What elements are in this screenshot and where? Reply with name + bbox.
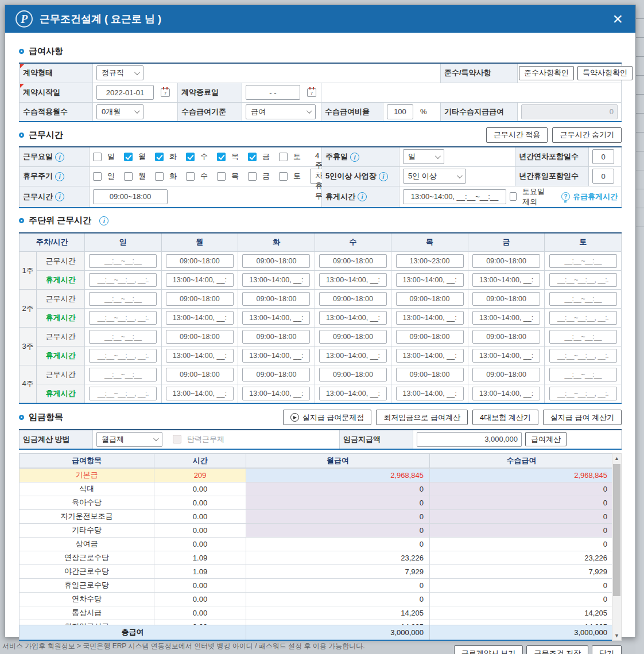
break-time-cell-input[interactable] <box>166 273 234 287</box>
five-plus-workplace-select[interactable]: 5인 이상 <box>403 169 466 184</box>
annual-holiday-days-input[interactable] <box>592 169 614 184</box>
contract-type-select[interactable]: 정규직 <box>96 65 143 80</box>
off-cycle-day-checkbox-목[interactable] <box>217 172 226 181</box>
break-time-cell-input[interactable] <box>396 311 464 325</box>
calendar-icon[interactable] <box>307 88 316 97</box>
work-time-cell-input[interactable] <box>319 292 387 306</box>
break-time-cell-input[interactable] <box>472 349 540 363</box>
break-time-cell-input[interactable] <box>549 311 617 325</box>
salary-scrollbar[interactable]: ▲ ▼ <box>612 453 622 641</box>
break-time-cell-input[interactable] <box>166 311 234 325</box>
close-button[interactable]: 닫기 <box>592 645 622 654</box>
salary-row[interactable]: 통상시급0.0014,20514,205 <box>20 606 614 620</box>
break-time-cell-input[interactable] <box>472 273 540 287</box>
work-time-cell-input[interactable] <box>89 368 157 382</box>
calc-pay-button[interactable]: 급여계산 <box>525 432 567 446</box>
work-time-cell-input[interactable] <box>89 292 157 306</box>
break-time-input[interactable] <box>403 189 506 204</box>
work-time-cell-input[interactable] <box>242 330 310 344</box>
work-time-cell-input[interactable] <box>472 292 540 306</box>
break-time-cell-input[interactable] <box>396 387 464 400</box>
salary-row[interactable]: 육아수당0.0000 <box>20 496 614 509</box>
info-icon[interactable]: i <box>358 192 367 201</box>
save-conditions-button[interactable]: 근무조건 저장 <box>526 645 588 654</box>
break-time-cell-input[interactable] <box>242 349 310 363</box>
break-time-cell-input[interactable] <box>319 387 387 400</box>
break-time-cell-input[interactable] <box>319 349 387 363</box>
off-cycle-day-checkbox-토[interactable] <box>279 172 288 181</box>
contract-start-input[interactable] <box>96 85 154 100</box>
salary-row[interactable]: 연차수당0.0000 <box>20 592 614 606</box>
break-time-cell-input[interactable] <box>89 273 157 287</box>
work-time-cell-input[interactable] <box>166 330 234 344</box>
break-time-cell-input[interactable] <box>396 349 464 363</box>
salary-row[interactable]: 연장근로수당1.0923,22623,226 <box>20 551 614 565</box>
insurance-calc-button[interactable]: 4대보험 계산기 <box>472 410 538 425</box>
salary-row[interactable]: 기본급2092,968,8452,968,845 <box>20 468 614 482</box>
scroll-thumb[interactable] <box>613 464 620 596</box>
work-day-checkbox-목[interactable] <box>217 153 226 161</box>
work-time-cell-input[interactable] <box>166 292 234 306</box>
break-time-cell-input[interactable] <box>89 311 157 325</box>
salary-row[interactable]: 최저임금시급0.0014,20514,205 <box>20 620 614 625</box>
work-hours-input[interactable] <box>93 189 168 204</box>
off-cycle-day-checkbox-월[interactable] <box>124 172 133 181</box>
salary-row[interactable]: 야간근로수당1.097,9297,929 <box>20 565 614 578</box>
work-time-cell-input[interactable] <box>242 254 310 268</box>
break-time-cell-input[interactable] <box>166 387 234 400</box>
work-time-cell-input[interactable] <box>319 368 387 382</box>
net-pay-problem-button[interactable]: 실지급 급여문제점 <box>283 410 372 425</box>
net-pay-calc-button[interactable]: 실지급 급여 계산기 <box>543 410 622 425</box>
break-time-cell-input[interactable] <box>319 273 387 287</box>
off-cycle-day-checkbox-일[interactable] <box>93 172 102 181</box>
work-time-cell-input[interactable] <box>242 368 310 382</box>
work-time-cell-input[interactable] <box>472 330 540 344</box>
break-time-cell-input[interactable] <box>242 387 310 400</box>
work-day-checkbox-일[interactable] <box>93 153 102 161</box>
break-time-cell-input[interactable] <box>319 311 387 325</box>
work-time-cell-input[interactable] <box>396 368 464 382</box>
salary-row[interactable]: 휴일근로수당0.0000 <box>20 578 614 592</box>
break-time-cell-input[interactable] <box>242 311 310 325</box>
annual-leave-days-input[interactable] <box>592 149 614 164</box>
scroll-up-icon[interactable]: ▲ <box>612 454 621 463</box>
contract-end-input[interactable] <box>246 85 300 100</box>
salary-row[interactable]: 식대0.0000 <box>20 482 614 496</box>
work-time-cell-input[interactable] <box>396 254 464 268</box>
info-icon[interactable]: i <box>55 153 64 162</box>
work-time-cell-input[interactable] <box>319 330 387 344</box>
work-time-cell-input[interactable] <box>549 254 617 268</box>
break-time-cell-input[interactable] <box>89 387 157 400</box>
break-time-cell-input[interactable] <box>549 387 617 400</box>
break-time-cell-input[interactable] <box>472 387 540 400</box>
work-day-checkbox-월[interactable] <box>124 153 133 161</box>
work-time-cell-input[interactable] <box>396 292 464 306</box>
compliance-check-button[interactable]: 준수사항확인 <box>519 66 574 80</box>
special-terms-check-button[interactable]: 특약사항확인 <box>577 66 633 80</box>
work-time-cell-input[interactable] <box>472 368 540 382</box>
break-time-cell-input[interactable] <box>472 311 540 325</box>
saturday-exclude-checkbox[interactable] <box>510 192 517 201</box>
salary-row[interactable]: 상여금0.0000 <box>20 537 614 551</box>
probation-months-select[interactable]: 0개월 <box>96 104 143 119</box>
work-time-cell-input[interactable] <box>396 330 464 344</box>
info-icon[interactable]: i <box>379 172 388 181</box>
work-time-cell-input[interactable] <box>549 330 617 344</box>
work-day-checkbox-토[interactable] <box>279 153 288 161</box>
work-time-cell-input[interactable] <box>89 330 157 344</box>
work-day-checkbox-화[interactable] <box>155 153 164 161</box>
close-icon[interactable]: × <box>610 10 625 28</box>
calendar-icon[interactable] <box>161 88 170 97</box>
work-time-cell-input[interactable] <box>166 254 234 268</box>
work-time-cell-input[interactable] <box>549 368 617 382</box>
probation-rate-input[interactable] <box>387 104 413 119</box>
break-time-cell-input[interactable] <box>242 273 310 287</box>
info-icon[interactable]: i <box>55 192 64 201</box>
pay-amount-input[interactable] <box>417 432 522 447</box>
work-time-cell-input[interactable] <box>472 254 540 268</box>
work-time-cell-input[interactable] <box>549 292 617 306</box>
off-cycle-day-checkbox-수[interactable] <box>186 172 195 181</box>
probation-basis-select[interactable]: 급여 <box>246 104 316 119</box>
break-time-cell-input[interactable] <box>549 273 617 287</box>
break-time-cell-input[interactable] <box>549 349 617 363</box>
